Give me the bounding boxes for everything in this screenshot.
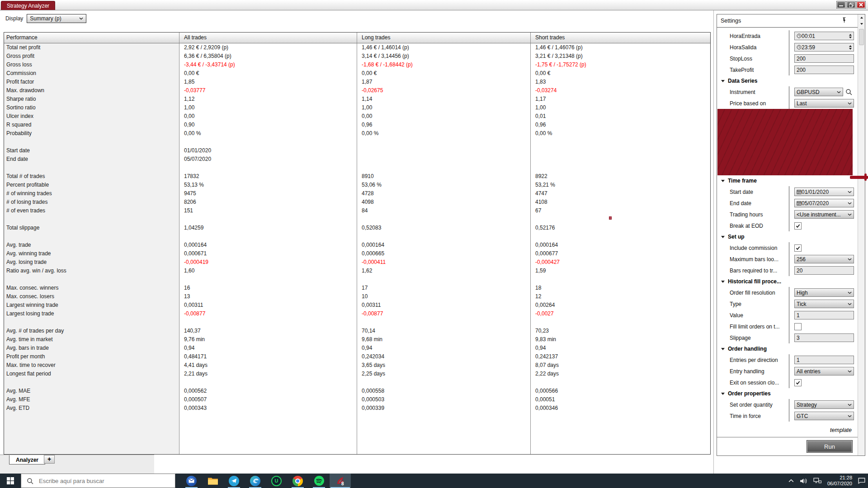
taskbar-icon-edge[interactable] [245,474,266,488]
checkbox[interactable] [794,379,802,386]
tray-chevron-up-icon[interactable] [788,479,794,483]
table-row: Max. consec. winners161718 [4,284,710,292]
cell-short-trades: 4747 [531,189,710,198]
taskbar-search[interactable] [21,474,175,488]
dropdown[interactable]: High [794,288,854,297]
minimize-button[interactable] [837,1,845,8]
table-row: R squared0,900,960,96 [4,121,710,129]
spinner[interactable] [848,45,852,50]
text-input[interactable]: 200 [794,54,854,63]
settings-section-header[interactable]: Data Series [717,75,858,86]
instrument-dropdown[interactable]: GBPUSD [794,88,843,96]
scrollbar-thumb[interactable] [859,29,864,45]
setting-label: HoraEntrada [730,30,789,42]
cell-long-trades: 9,68 min [357,335,531,344]
dropdown[interactable]: <Use instrument... [794,210,854,219]
table-row: Avg. trade0,0001640,0001640,000164 [4,241,710,249]
table-row: Max. drawdown-0,03777-0,02675-0,03274 [4,86,710,95]
time-input[interactable]: 23:59 [794,43,854,52]
tab-analyzer[interactable]: Analyzer [9,455,45,465]
setting-control: Last [789,98,858,109]
template-link[interactable]: template [830,427,852,433]
text-input[interactable]: 1 [794,356,854,364]
pane-divider[interactable] [713,10,714,474]
dropdown[interactable]: GTC [794,412,854,420]
clock[interactable]: 21:28 06/07/2020 [827,475,852,487]
text-input[interactable]: 1 [794,311,854,319]
run-button[interactable]: Run [807,440,853,453]
cell-all-trades: 0,00311 [179,301,357,310]
settings-section-header[interactable]: Time frame [717,175,858,186]
cell-short-trades: -1,75 € / -1,75272 (p) [531,61,710,69]
cell-long-trades: 1,87 [357,78,531,86]
taskbar-icon-chrome[interactable] [287,474,308,488]
strategy-analyzer-window: Strategy Analyzer Display Summary (p) [0,0,868,488]
cell-short-trades: 1,00 [531,103,710,112]
settings-row: Entry handlingAll entries [717,366,858,377]
cell-short-trades [531,155,710,164]
settings-row: Trading hours<Use instrument... [717,209,858,220]
settings-scrollbar[interactable] [858,14,865,455]
checkbox[interactable] [794,323,802,330]
volume-icon[interactable] [800,478,807,484]
taskbar-icon-ninjatrader[interactable]: 8 [330,474,351,488]
setting-control: High [789,287,858,298]
taskbar-icon-mail[interactable] [181,474,202,488]
add-tab-button[interactable]: + [44,455,55,464]
checkbox[interactable] [794,244,802,252]
setting-label: Entries per direction [730,354,789,366]
checkbox[interactable] [794,222,802,230]
taskbar-icon-file-explorer[interactable] [202,474,223,488]
table-row: Max. time to recover4,41 days3,65 days8,… [4,361,710,370]
table-row: Total slippage1,042590,520830,52176 [4,224,710,232]
restore-button[interactable] [847,1,855,8]
row-label: Avg. # of trades per day [4,327,179,335]
text-input[interactable]: 200 [794,66,854,74]
date-dropdown[interactable]: 01/01/2020 [794,188,854,196]
row-label: Profit factor [4,78,179,86]
window-tab[interactable]: Strategy Analyzer [1,1,55,10]
chevron-down-icon [848,213,852,216]
row-label: Avg. MAE [4,387,179,395]
text-input[interactable]: 3 [794,333,854,342]
taskbar-icon-iobit[interactable]: U [266,474,287,488]
settings-section-header[interactable]: Order properties [717,388,858,399]
taskbar-icon-telegram[interactable] [223,474,245,488]
dropdown[interactable]: Strategy [794,400,854,409]
dropdown[interactable]: 256 [794,255,854,263]
time-input[interactable]: 00:01 [794,32,854,40]
start-button[interactable] [0,474,21,488]
display-select[interactable]: Summary (p) [27,14,86,23]
cell-short-trades: 0,96 [531,121,710,129]
search-input[interactable] [38,477,175,485]
action-center-icon[interactable] [858,478,865,484]
network-icon[interactable] [813,478,821,484]
spinner[interactable] [848,34,852,38]
table-row: Avg. losing trade-0,000419-0,000411-0,00… [4,258,710,267]
dropdown[interactable]: All entries [794,367,854,375]
cell-all-trades: 2,92 € / 2,9209 (p) [179,43,357,52]
redaction-overlay [717,109,853,175]
settings-section-header[interactable]: Historical fill proce... [717,276,858,287]
cell-all-trades: 53,13 % [179,181,357,189]
date-dropdown[interactable]: 05/07/2020 [794,199,854,207]
close-button[interactable] [857,1,865,8]
text-input[interactable]: 20 [794,266,854,275]
chevron-down-icon [848,291,852,294]
cell-short-trades: 0,000346 [531,404,710,413]
dropdown[interactable]: Tick [794,300,854,308]
taskbar-icon-spotify[interactable] [308,474,330,488]
search-icon[interactable] [845,89,852,95]
row-label: Total # of trades [4,172,179,181]
settings-row: End date05/07/2020 [717,197,858,209]
table-row: Total # of trades1783289108922 [4,172,710,181]
telegram-icon [229,476,239,486]
scroll-up-button[interactable] [858,14,865,21]
scroll-down-button[interactable] [858,21,865,27]
settings-section-header[interactable]: Order handling [717,343,858,354]
table-row: Avg. # of trades per day140,3770,1470,23 [4,327,710,335]
dropdown[interactable]: Last [794,99,854,108]
settings-section-header[interactable]: Set up [717,231,858,242]
setting-control: 256 [789,253,858,265]
pin-icon[interactable] [842,17,846,24]
